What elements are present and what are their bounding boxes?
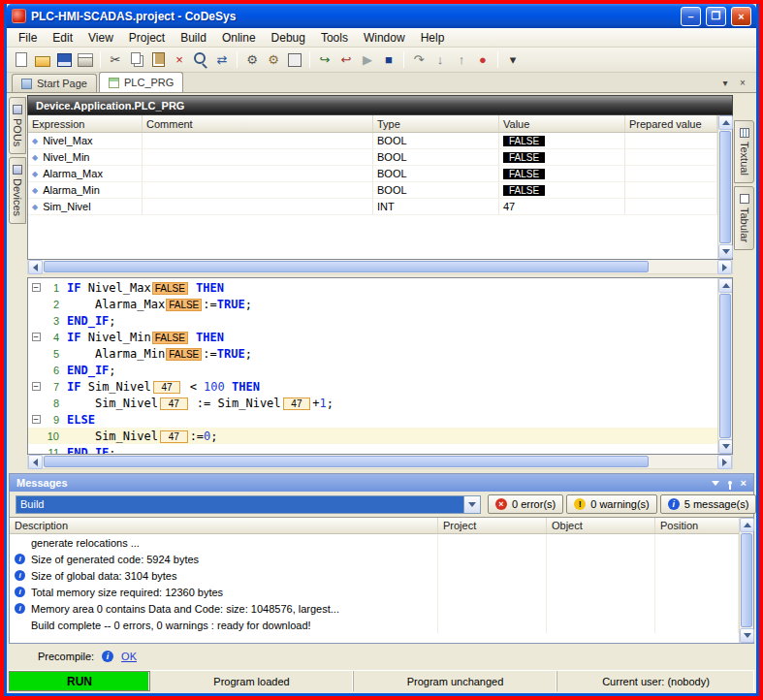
scroll-up-icon[interactable] xyxy=(740,518,754,532)
stop-icon[interactable]: ■ xyxy=(379,50,398,70)
code-line-8[interactable]: 8 Sim_Nivel 47 := Sim_Nivel 47 +1; xyxy=(28,395,717,411)
step-out-icon[interactable]: ↑ xyxy=(452,50,471,70)
declaration-row[interactable]: ◆Nivel_MinBOOLFALSE xyxy=(28,149,717,166)
title-bar[interactable]: PLC-HMI-SCADAS.project - CoDeSys – ❐ × xyxy=(7,4,756,28)
message-category-combobox[interactable]: Build xyxy=(16,495,481,514)
combobox-dropdown-icon[interactable] xyxy=(463,496,480,513)
pin-icon[interactable] xyxy=(728,481,732,485)
step-over-icon[interactable]: ↷ xyxy=(409,50,429,70)
column-header-object[interactable]: Object xyxy=(547,518,655,533)
scroll-down-icon[interactable] xyxy=(718,244,733,259)
menu-edit[interactable]: Edit xyxy=(45,29,80,47)
print-icon[interactable] xyxy=(76,50,95,70)
scroll-left-icon[interactable] xyxy=(28,260,43,274)
rail-tab-pous[interactable]: POUs xyxy=(9,97,26,154)
code-line-7[interactable]: −7IF Sim_Nivel 47 < 100 THEN xyxy=(28,378,717,395)
menu-view[interactable]: View xyxy=(80,29,121,47)
rail-tab-tabular[interactable]: Tabular xyxy=(734,186,754,250)
column-header-project[interactable]: Project xyxy=(438,518,547,533)
precompile-status-link[interactable]: OK xyxy=(121,651,137,662)
replace-icon[interactable]: ⇄ xyxy=(212,50,232,70)
scroll-right-icon[interactable] xyxy=(717,455,732,469)
messages-close-icon[interactable]: × xyxy=(741,478,747,489)
tab-plc-prg[interactable]: PLC_PRG xyxy=(99,72,183,92)
scroll-left-icon[interactable] xyxy=(28,455,43,469)
tab-list-dropdown-icon[interactable]: ▾ xyxy=(719,78,731,88)
code-line-5[interactable]: 5 Alarma_MinFALSE:=TRUE; xyxy=(28,345,717,362)
declaration-row[interactable]: ◆Sim_NivelINT47 xyxy=(28,199,717,215)
declaration-horizontal-scrollbar[interactable] xyxy=(27,260,733,274)
column-header-position[interactable]: Position xyxy=(655,518,739,533)
scrollbar-thumb[interactable] xyxy=(719,131,731,243)
menu-build[interactable]: Build xyxy=(173,29,214,47)
column-header-description[interactable]: Description xyxy=(10,518,438,533)
fold-collapse-icon[interactable]: − xyxy=(32,283,41,292)
copy-icon[interactable] xyxy=(127,50,146,70)
code-line-9[interactable]: −9ELSE xyxy=(28,411,717,428)
open-file-icon[interactable] xyxy=(33,50,52,70)
login-icon[interactable]: ↪ xyxy=(315,50,334,70)
close-document-icon[interactable]: × xyxy=(737,78,748,88)
fold-collapse-icon[interactable]: − xyxy=(32,415,41,424)
5-message-s-button[interactable]: i5 message(s) xyxy=(660,494,757,514)
0-warning-s-button[interactable]: !0 warning(s) xyxy=(566,494,657,514)
code-line-3[interactable]: 3END_IF; xyxy=(28,312,717,329)
message-row[interactable]: iMemory area 0 contains Data and Code: s… xyxy=(10,600,739,617)
scroll-down-icon[interactable] xyxy=(718,439,733,454)
column-header-expression[interactable]: Expression xyxy=(28,115,143,132)
new-file-icon[interactable] xyxy=(12,50,31,70)
declaration-vertical-scrollbar[interactable] xyxy=(717,115,732,259)
0-error-s-button[interactable]: ×0 error(s) xyxy=(488,494,563,514)
paste-icon[interactable] xyxy=(148,50,168,70)
fold-collapse-icon[interactable]: − xyxy=(32,333,41,341)
build-icon[interactable]: ⚙ xyxy=(242,50,262,70)
code-line-1[interactable]: −1IF Nivel_MaxFALSE THEN xyxy=(28,279,717,296)
code-line-6[interactable]: 6END_IF; xyxy=(28,362,717,378)
fold-collapse-icon[interactable]: − xyxy=(32,382,41,391)
column-header-prepared-value[interactable]: Prepared value xyxy=(625,115,717,132)
rail-tab-textual[interactable]: Textual xyxy=(734,120,754,183)
messages-vertical-scrollbar[interactable] xyxy=(739,518,753,643)
declaration-row[interactable]: ◆Alarma_MaxBOOLFALSE xyxy=(28,166,717,182)
scrollbar-track[interactable] xyxy=(650,455,717,468)
cut-icon[interactable]: ✂ xyxy=(106,50,125,70)
rail-tab-devices[interactable]: Devices xyxy=(9,157,26,224)
message-row[interactable]: iTotal memory size required: 12360 bytes xyxy=(10,584,739,600)
maximize-button[interactable]: ❐ xyxy=(706,7,726,26)
menu-window[interactable]: Window xyxy=(356,29,413,47)
save-icon[interactable] xyxy=(54,50,74,70)
message-row[interactable]: generate relocations ... xyxy=(10,534,739,551)
code-line-10[interactable]: 10 Sim_Nivel 47 :=0; xyxy=(28,428,717,444)
menu-help[interactable]: Help xyxy=(413,29,453,47)
scrollbar-track[interactable] xyxy=(650,260,717,273)
tab-start-page[interactable]: Start Page xyxy=(12,74,97,92)
code-line-11[interactable]: 11END_IF; xyxy=(28,444,717,454)
logout-icon[interactable]: ↩ xyxy=(336,50,356,70)
library-icon[interactable] xyxy=(285,50,304,70)
scrollbar-thumb[interactable] xyxy=(719,294,731,438)
message-row[interactable]: iSize of global data: 3104 bytes xyxy=(10,567,739,584)
code-horizontal-scrollbar[interactable] xyxy=(27,455,733,469)
rebuild-icon[interactable]: ⚙ xyxy=(264,50,283,70)
menu-online[interactable]: Online xyxy=(214,29,264,47)
code-line-4[interactable]: −4IF Nivel_MinFALSE THEN xyxy=(28,329,717,345)
code-editor[interactable]: −1IF Nivel_MaxFALSE THEN2 Alarma_MaxFALS… xyxy=(27,277,733,455)
scroll-right-icon[interactable] xyxy=(717,260,732,274)
column-header-type[interactable]: Type xyxy=(373,115,499,132)
scrollbar-track[interactable] xyxy=(718,293,732,439)
column-header-value[interactable]: Value xyxy=(499,115,625,132)
code-vertical-scrollbar[interactable] xyxy=(717,278,732,454)
menu-project[interactable]: Project xyxy=(121,29,173,47)
messages-title-bar[interactable]: Messages × xyxy=(10,474,753,492)
declaration-row[interactable]: ◆Alarma_MinBOOLFALSE xyxy=(28,182,717,199)
column-header-comment[interactable]: Comment xyxy=(143,115,373,132)
declaration-row[interactable]: ◆Nivel_MaxBOOLFALSE xyxy=(28,133,717,149)
scroll-down-icon[interactable] xyxy=(740,628,754,643)
scrollbar-track[interactable] xyxy=(740,532,753,628)
menu-debug[interactable]: Debug xyxy=(264,29,313,47)
scrollbar-thumb[interactable] xyxy=(741,533,752,627)
menu-file[interactable]: File xyxy=(11,29,45,47)
menu-tools[interactable]: Tools xyxy=(313,29,356,47)
step-into-icon[interactable]: ↓ xyxy=(430,50,450,70)
start-icon[interactable]: ▶ xyxy=(358,50,377,70)
